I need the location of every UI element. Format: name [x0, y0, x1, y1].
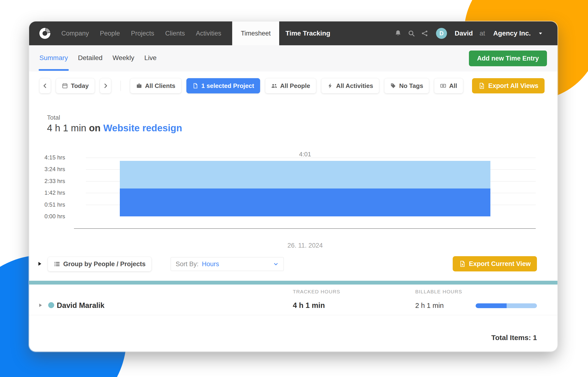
- total-label: Total: [47, 114, 182, 121]
- project-link[interactable]: Website redesign: [103, 123, 182, 133]
- chart-plot-area: 4:01: [86, 157, 536, 216]
- toolbar-divider: [121, 81, 121, 91]
- excel-file-icon: [478, 82, 485, 89]
- bar-segment-billable: [120, 188, 490, 216]
- people-filter-label: All People: [280, 82, 310, 90]
- tracked-hours-value: 4 h 1 min: [293, 301, 325, 310]
- stacked-bar[interactable]: [120, 161, 490, 216]
- section-divider-bar: [29, 281, 557, 284]
- user-at-label: at: [479, 30, 485, 37]
- export-current-view-label: Export Current View: [469, 260, 531, 268]
- top-nav: Company People Projects Clients Activiti…: [29, 22, 557, 45]
- activities-filter-label: All Activities: [336, 82, 373, 90]
- summary-header: Total 4 h 1 min on Website redesign: [47, 114, 182, 133]
- add-time-entry-button[interactable]: Add new Time Entry: [469, 50, 547, 66]
- chevron-left-icon: [42, 83, 48, 89]
- export-all-views-label: Export All Views: [488, 82, 538, 90]
- timesheet-bar-chart: 4:15 hrs 3:24 hrs 2:33 hrs 1:42 hrs 0:51…: [29, 145, 557, 255]
- person-color-dot: [48, 302, 54, 308]
- sort-by-dropdown[interactable]: Sort By: Hours: [171, 257, 284, 271]
- y-axis-tick: 2:33 hrs: [29, 178, 65, 184]
- y-axis-tick: 1:42 hrs: [29, 190, 65, 196]
- activities-filter-button[interactable]: All Activities: [321, 78, 379, 94]
- export-all-views-button[interactable]: Export All Views: [472, 78, 545, 94]
- row-separator: [29, 315, 557, 315]
- row-expand-triangle-icon[interactable]: [38, 303, 43, 308]
- sort-by-value: Hours: [202, 260, 219, 268]
- billable-hours-header: BILLABLE HOURS: [415, 289, 462, 295]
- tag-icon: [390, 83, 396, 89]
- nav-item-clients[interactable]: Clients: [165, 30, 185, 37]
- tab-live[interactable]: Live: [144, 54, 157, 63]
- tab-weekly[interactable]: Weekly: [113, 54, 134, 63]
- nav-item-company[interactable]: Company: [61, 30, 89, 37]
- group-by-label: Group by People / Projects: [63, 260, 146, 268]
- tracked-hours-header: TRACKED HOURS: [293, 289, 340, 295]
- banknote-icon: [440, 83, 446, 89]
- tab-summary[interactable]: Summary: [39, 54, 68, 63]
- clients-filter-button[interactable]: All Clients: [130, 78, 181, 94]
- billability-filter-button[interactable]: All: [434, 78, 463, 94]
- search-icon[interactable]: [408, 30, 415, 37]
- export-current-view-button[interactable]: Export Current View: [453, 256, 537, 271]
- y-axis-tick: 0:51 hrs: [29, 202, 65, 208]
- tab-detailed[interactable]: Detailed: [78, 54, 103, 63]
- bar-total-label: 4:01: [120, 151, 490, 158]
- app-window: Company People Projects Clients Activiti…: [29, 22, 557, 352]
- y-axis-tick: 3:24 hrs: [29, 166, 65, 172]
- bar-segment-nonbillable: [120, 161, 490, 188]
- table-row[interactable]: David Maralik 4 h 1 min 2 h 1 min: [29, 295, 557, 315]
- next-day-button[interactable]: [100, 78, 111, 94]
- y-axis-tick: 4:15 hrs: [29, 154, 65, 161]
- avatar[interactable]: D: [436, 28, 447, 39]
- clients-filter-label: All Clients: [145, 82, 175, 90]
- tags-filter-label: No Tags: [399, 82, 423, 90]
- sort-by-label: Sort By:: [176, 260, 199, 268]
- previous-day-button[interactable]: [39, 78, 51, 94]
- chevron-right-icon: [102, 83, 109, 89]
- x-axis-label: 26. 11. 2024: [120, 242, 490, 249]
- nav-item-activities[interactable]: Activities: [196, 30, 222, 37]
- company-name[interactable]: Agency Inc.: [493, 30, 531, 37]
- billability-filter-label: All: [449, 82, 457, 90]
- chevron-down-icon: [273, 261, 279, 267]
- notifications-bell-icon[interactable]: [394, 30, 402, 37]
- projects-filter-button[interactable]: 1 selected Project: [186, 78, 260, 94]
- group-by-button[interactable]: Group by People / Projects: [48, 257, 151, 271]
- briefcase-icon: [136, 83, 142, 89]
- collapse-all-triangle-icon[interactable]: [37, 261, 42, 267]
- nav-item-projects[interactable]: Projects: [131, 30, 154, 37]
- x-axis-line: [74, 228, 536, 229]
- view-tabs: Summary Detailed Weekly Live: [39, 45, 157, 71]
- billable-hours-value: 2 h 1 min: [415, 302, 444, 310]
- list-controls-row: Group by People / Projects Sort By: Hour…: [29, 256, 557, 271]
- date-range-button[interactable]: Today: [56, 78, 95, 94]
- people-icon: [271, 83, 277, 89]
- nav-item-timesheet[interactable]: Timesheet: [232, 22, 279, 45]
- app-logo-icon[interactable]: [39, 28, 50, 39]
- date-range-label: Today: [71, 82, 89, 90]
- lightning-icon: [327, 83, 333, 89]
- tags-filter-button[interactable]: No Tags: [384, 78, 429, 94]
- progress-fill: [475, 303, 507, 308]
- total-duration: 4 h 1 min: [47, 123, 86, 133]
- projects-filter-label: 1 selected Project: [201, 82, 254, 90]
- nav-item-people[interactable]: People: [100, 30, 120, 37]
- nav-right-cluster: D David at Agency Inc.: [394, 28, 557, 39]
- calendar-icon: [62, 83, 68, 89]
- total-items-label: Total Items: 1: [491, 334, 537, 342]
- total-connector: on: [89, 123, 101, 133]
- person-name: David Maralik: [57, 301, 104, 310]
- list-icon: [54, 261, 60, 267]
- excel-file-icon: [459, 260, 466, 267]
- user-menu-caret-icon[interactable]: [538, 31, 543, 36]
- user-name[interactable]: David: [455, 30, 473, 37]
- page-title: Time Tracking: [285, 30, 330, 37]
- y-axis-tick: 0:00 hrs: [29, 213, 65, 220]
- tabs-strip: Summary Detailed Weekly Live Add new Tim…: [29, 45, 557, 71]
- filter-toolbar: Today All Clients 1 selected Project All…: [39, 78, 557, 94]
- people-filter-button[interactable]: All People: [265, 78, 316, 94]
- document-icon: [192, 83, 199, 89]
- share-icon[interactable]: [421, 30, 428, 37]
- billable-progress-bar: [475, 303, 537, 308]
